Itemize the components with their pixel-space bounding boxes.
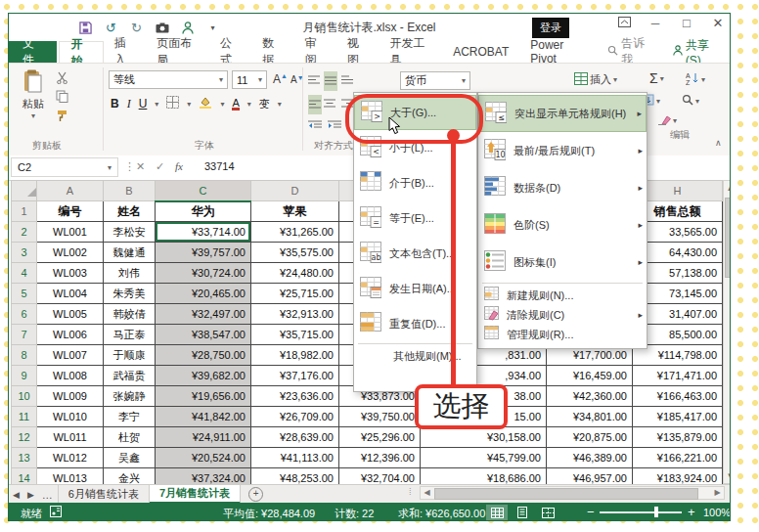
font-size-select[interactable]: 11▾ [232, 70, 267, 89]
sheet-prev-icon[interactable]: ◀ [9, 485, 23, 504]
row-header-13[interactable]: 13 [12, 448, 37, 468]
table-header-cell[interactable]: 华为 [156, 201, 251, 222]
hl-rules-item-3[interactable]: =等于(E)... [354, 200, 476, 236]
cell-C11[interactable]: ¥41,842.00 [156, 407, 251, 427]
cell-A12[interactable]: WL011 [37, 427, 104, 448]
cell-B9[interactable]: 武福贵 [104, 366, 156, 386]
zoom-in-icon[interactable]: + [688, 505, 695, 519]
cell-C4[interactable]: ¥30,724.00 [156, 263, 251, 284]
cell-G13[interactable]: ¥46,389.00 [547, 448, 633, 468]
cell-D8[interactable]: ¥18,982.00 [251, 345, 339, 366]
cell-A11[interactable]: WL010 [37, 407, 104, 427]
table-header-cell[interactable]: 姓名 [104, 201, 156, 222]
row-header-7[interactable]: 7 [12, 325, 37, 345]
cell-B6[interactable]: 韩姣倩 [104, 304, 156, 325]
cf-menu-item-0[interactable]: ≤突出显示单元格规则(H)▸ [478, 95, 647, 132]
align-center-icon[interactable] [324, 95, 335, 112]
ribbon-tab-ACROBAT[interactable]: ACROBAT [442, 41, 519, 63]
bottom-align-icon[interactable] [341, 71, 353, 89]
cell-D9[interactable]: ¥37,176.00 [251, 366, 339, 386]
middle-align-icon[interactable] [324, 71, 337, 91]
cancel-icon[interactable]: ✕ [136, 160, 145, 173]
zoom-slider-thumb[interactable] [654, 507, 658, 517]
row-header-11[interactable]: 11 [12, 407, 37, 427]
cell-H12[interactable]: ¥135,879.00 [633, 427, 723, 448]
fill-color-icon[interactable] [199, 95, 212, 112]
cell-B12[interactable]: 杜贺 [104, 427, 156, 448]
ribbon-tab-数据[interactable]: 数据 [251, 41, 293, 63]
cell-H13[interactable]: ¥166,221.00 [633, 448, 723, 468]
row-header-12[interactable]: 12 [12, 427, 37, 448]
increase-indent-icon[interactable] [328, 116, 341, 134]
column-header-B[interactable]: B [104, 181, 156, 201]
row-header-8[interactable]: 8 [12, 345, 37, 366]
ribbon-tab-开始[interactable]: 开始 [59, 41, 103, 63]
new-sheet-icon[interactable]: + [248, 487, 263, 502]
vertical-scroll-thumb[interactable] [725, 198, 731, 278]
horizontal-scrollbar[interactable]: ◀ ▶ [420, 486, 725, 500]
number-format-select[interactable]: 货币▾ [400, 71, 470, 90]
ribbon-tab-插入[interactable]: 插入 [104, 41, 146, 63]
sign-in-button[interactable]: 登录 [532, 18, 569, 38]
row-header-1[interactable]: 1 [12, 201, 37, 222]
cell-B3[interactable]: 魏健通 [104, 243, 156, 263]
cell-C5[interactable]: ¥20,465.00 [156, 284, 251, 304]
hl-rules-item-2[interactable]: 介于(B)... [354, 165, 476, 200]
cell-A10[interactable]: WL009 [37, 386, 104, 407]
page-break-view-icon[interactable] [537, 505, 558, 520]
ribbon-tab-Power Pivot[interactable]: Power Pivot [519, 41, 597, 63]
cell-B7[interactable]: 马正泰 [104, 325, 156, 345]
row-header-2[interactable]: 2 [12, 222, 37, 243]
cell-H11[interactable]: ¥185,417.00 [633, 407, 723, 427]
sheet-list-icon[interactable]: … [38, 485, 58, 504]
cf-menu-item-4[interactable]: 图标集(I)▸ [478, 244, 647, 281]
cell-C7[interactable]: ¥38,547.00 [156, 325, 251, 345]
cell-D13[interactable]: ¥41,113.00 [251, 448, 339, 468]
zoom-out-icon[interactable]: − [587, 505, 595, 519]
row-header-10[interactable]: 10 [12, 386, 37, 407]
ribbon-tab-告诉我[interactable]: 告诉我 [597, 41, 662, 63]
cell-F13[interactable]: ¥45,799.00 [421, 448, 547, 468]
row-header-6[interactable]: 6 [12, 304, 37, 325]
autosum-button[interactable]: Σ▾ [649, 70, 664, 86]
cell-A5[interactable]: WL004 [37, 284, 104, 304]
bold-button[interactable]: B [111, 97, 119, 111]
ribbon-tab-共享(S)[interactable]: 共享(S) [662, 41, 730, 63]
ribbon-display-icon[interactable] [616, 17, 632, 30]
page-layout-view-icon[interactable] [512, 505, 533, 520]
insert-cells-button[interactable]: 插入▾ [574, 72, 617, 87]
maximize-button[interactable]: □ [679, 16, 694, 30]
cell-B10[interactable]: 张婉静 [104, 386, 156, 407]
cell-G11[interactable]: ¥34,801.00 [547, 407, 633, 427]
cell-D11[interactable]: ¥26,709.00 [251, 407, 339, 427]
cell-D10[interactable]: ¥23,636.00 [251, 386, 339, 407]
normal-view-icon[interactable] [486, 505, 508, 520]
cf-menu-item-8[interactable]: 管理规则(R)... [478, 325, 647, 344]
cell-A8[interactable]: WL007 [37, 345, 104, 366]
cell-D5[interactable]: ¥25,715.00 [251, 284, 339, 304]
table-header-cell[interactable]: 编号 [37, 201, 104, 222]
cell-E11[interactable]: ¥39,750.00 [339, 407, 421, 427]
sheet-tab-6月销售统计表[interactable]: 6月销售统计表 [59, 485, 150, 504]
row-header-4[interactable]: 4 [12, 263, 37, 284]
scroll-down-icon[interactable]: ▼ [724, 468, 731, 483]
cell-G10[interactable]: ¥42,360.00 [547, 386, 633, 407]
column-header-C[interactable]: C [156, 181, 251, 201]
macro-record-icon[interactable] [50, 506, 62, 519]
cell-C6[interactable]: ¥32,497.00 [156, 304, 251, 325]
column-header-A[interactable]: A [37, 181, 104, 201]
sort-filter-button[interactable]: AZ ▾ [686, 71, 705, 87]
cell-D2[interactable]: ¥31,265.00 [251, 222, 339, 243]
cell-C10[interactable]: ¥19,656.00 [156, 386, 251, 407]
cell-G12[interactable]: ¥20,875.00 [547, 427, 633, 448]
splitter-handle[interactable]: ⁞ [409, 487, 412, 497]
cell-A9[interactable]: WL008 [37, 366, 104, 386]
cell-A4[interactable]: WL003 [37, 263, 104, 284]
cf-menu-item-1[interactable]: 10最前/最后规则(T)▸ [478, 132, 647, 169]
cell-B4[interactable]: 刘伟 [104, 263, 156, 284]
sheet-tab-7月销售统计表[interactable]: 7月销售统计表 [150, 485, 241, 504]
table-header-cell[interactable]: 苹果 [251, 201, 339, 222]
align-left-icon[interactable] [308, 95, 322, 114]
row-header-9[interactable]: 9 [12, 366, 37, 386]
find-select-button[interactable]: ▾ [682, 94, 699, 108]
